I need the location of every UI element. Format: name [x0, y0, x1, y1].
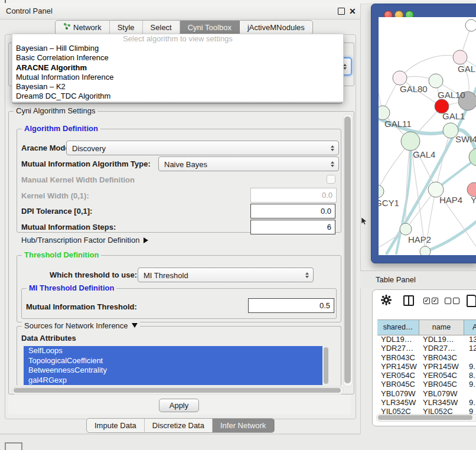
kernel-width-label: Kernel Width (0,1):: [21, 191, 89, 200]
data-attribute-item[interactable]: BetweennessCentrality: [24, 366, 322, 376]
tab-network[interactable]: Network: [56, 21, 110, 34]
network-node-label: GAL4: [413, 149, 435, 159]
network-node[interactable]: [453, 50, 467, 64]
table-cell: YER054C: [419, 371, 464, 380]
network-node[interactable]: [400, 223, 412, 235]
network-node[interactable]: [379, 185, 384, 198]
hub-definition-expander[interactable]: Hub/Transcription Factor Definition: [21, 236, 148, 244]
dpi-tolerance-label: DPI Tolerance [0,1]:: [21, 207, 92, 216]
select-all-checkboxes-icon[interactable]: ✓✓: [423, 298, 440, 308]
network-node[interactable]: [393, 71, 407, 85]
column-header-shared-name[interactable]: shared…: [377, 320, 419, 335]
table-cell: [464, 389, 476, 398]
columns-icon[interactable]: [403, 295, 414, 306]
document-icon[interactable]: [467, 295, 476, 307]
algorithm-option[interactable]: Basic Correlation Inference: [12, 53, 343, 63]
table-panel-header: Table Panel: [360, 270, 476, 288]
network-node[interactable]: [379, 106, 390, 120]
table-cell: YDL19…: [377, 335, 419, 344]
top-tick: [5, 0, 6, 3]
data-attribute-item[interactable]: TopologicalCoefficient: [24, 356, 322, 366]
table-cell: YBR045C: [377, 380, 419, 389]
mi-steps-field[interactable]: 6: [250, 220, 335, 234]
manual-kernel-label: Manual Kernel Width Definition: [21, 175, 135, 184]
network-node-label: Y: [471, 195, 476, 205]
table-row[interactable]: YDL19…YDL19…13: [377, 335, 476, 344]
tab-jactivemnodules[interactable]: jActiveMNodules: [240, 21, 312, 34]
algorithm-option[interactable]: Dream8 DC_TDC Algorithm: [12, 92, 343, 101]
network-node[interactable]: [465, 19, 476, 31]
tab-impute-data-label: Impute Data: [94, 419, 136, 432]
table-row[interactable]: YLR345WYLR345W9.: [377, 398, 476, 407]
network-node-label: HAP4: [439, 195, 462, 205]
control-panel-tabbar: Network Style Select Cyni Toolbox jActiv…: [55, 20, 313, 35]
table-cell: YPR145W: [419, 362, 464, 371]
algorithm-option[interactable]: ARACNE Algorithm: [12, 63, 343, 73]
data-attribute-item[interactable]: SelfLoops: [24, 346, 322, 356]
table-row[interactable]: YER054CYER054C8.: [377, 371, 476, 380]
threshold-definition-title: Threshold Definition: [22, 250, 101, 259]
mi-type-label: Mutual Information Algorithm Type:: [21, 159, 151, 168]
mi-type-value: Naive Bayes: [164, 160, 207, 169]
column-header-third[interactable]: A: [464, 320, 476, 335]
aracne-mode-combo[interactable]: Discovery: [66, 141, 339, 155]
algorithm-option[interactable]: Mutual Information Inference: [12, 73, 343, 82]
network-window[interactable]: GALGAL80GAL10GAL1GAL11SWI4GAL4GCY1HAP4YH…: [371, 4, 476, 263]
close-icon[interactable]: ✕: [349, 4, 356, 19]
data-attribute-item[interactable]: gal4RGexp: [24, 376, 322, 386]
tab-impute-data[interactable]: Impute Data: [87, 419, 145, 432]
settings-hscrollbar[interactable]: [12, 387, 344, 394]
apply-button[interactable]: Apply: [159, 399, 199, 412]
mi-threshold-group-title: MI Threshold Definition: [27, 283, 116, 292]
mi-threshold-field[interactable]: 0.5: [248, 298, 334, 313]
network-node[interactable]: [429, 74, 443, 88]
bottom-tabbar: Impute Data Discretize Data Infer Networ…: [86, 418, 275, 433]
algorithm-option[interactable]: Bayesian – Hill Climbing: [12, 44, 343, 53]
minimized-panel-icon[interactable]: [5, 442, 22, 450]
attributes-scrollbar[interactable]: [324, 347, 328, 384]
tab-cyni-toolbox[interactable]: Cyni Toolbox: [180, 21, 240, 34]
table-row[interactable]: YBR043CYBR043C: [377, 353, 476, 362]
tab-style[interactable]: Style: [110, 21, 143, 34]
float-window-icon[interactable]: [338, 8, 345, 15]
settings-scrollbar[interactable]: [343, 114, 353, 387]
algorithm-option[interactable]: Bayesian – K2: [12, 82, 343, 92]
table-row[interactable]: YPR145WYPR145W9.: [377, 362, 476, 371]
network-node[interactable]: [401, 132, 420, 151]
algorithm-dropdown-items: Bayesian – Hill ClimbingBasic Correlatio…: [12, 44, 343, 102]
which-threshold-label: Which threshold to use:: [50, 270, 137, 279]
table-cell: YBR045C: [419, 380, 464, 389]
expand-down-icon: [132, 323, 138, 328]
network-tab-icon: [63, 21, 71, 34]
table-cell: 13: [464, 335, 476, 344]
network-node-label: GAL80: [400, 84, 428, 94]
table-row[interactable]: YBL079WYBL079W: [377, 389, 476, 398]
which-threshold-combo[interactable]: MI Threshold: [138, 268, 314, 282]
network-node[interactable]: [420, 246, 431, 255]
network-node-label: SWI4: [455, 134, 476, 144]
mi-type-combo[interactable]: Naive Bayes: [158, 156, 339, 171]
gear-icon[interactable]: [381, 295, 392, 308]
column-header-name[interactable]: name: [419, 320, 464, 335]
data-attributes-list[interactable]: SelfLoopsTopologicalCoefficientBetweenne…: [24, 346, 322, 385]
table-row[interactable]: YDR27…YDR27…12: [377, 344, 476, 353]
table-row[interactable]: YBR045CYBR045C9.: [377, 380, 476, 389]
deselect-all-checkboxes-icon[interactable]: [445, 298, 461, 308]
table-cell: YPR145W: [377, 362, 419, 371]
table-cell: [464, 353, 476, 362]
table-panel-title: Table Panel: [376, 275, 416, 284]
tab-discretize-data[interactable]: Discretize Data: [145, 419, 213, 432]
table-cell: 9.: [464, 362, 476, 371]
manual-kernel-checkbox[interactable]: [327, 175, 335, 184]
network-canvas[interactable]: GALGAL80GAL10GAL1GAL11SWI4GAL4GCY1HAP4YH…: [379, 17, 476, 255]
tab-infer-network[interactable]: Infer Network: [213, 419, 274, 432]
table-hscrollbar[interactable]: [376, 414, 476, 422]
tab-select[interactable]: Select: [143, 21, 180, 34]
dpi-tolerance-field[interactable]: 0.0: [250, 204, 335, 219]
table-cell: YBL079W: [377, 389, 419, 398]
expand-right-icon: [144, 237, 148, 243]
sources-group-title[interactable]: Sources for Network Inference: [22, 321, 140, 330]
aracne-mode-label: Aracne Mode:: [21, 144, 72, 152]
table-cell: 9.: [464, 398, 476, 407]
kernel-width-field[interactable]: 0.0: [250, 188, 337, 203]
